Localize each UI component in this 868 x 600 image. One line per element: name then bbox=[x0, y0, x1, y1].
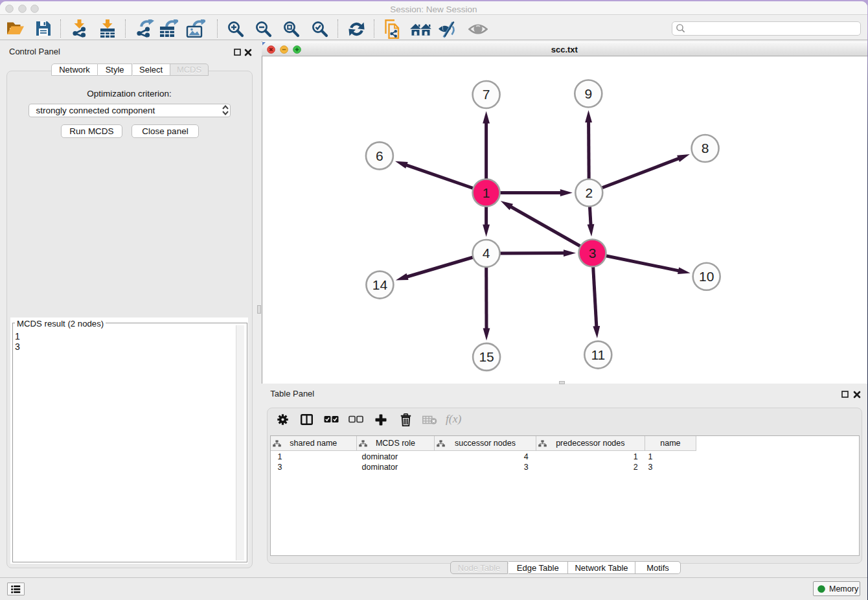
svg-text:4: 4 bbox=[483, 246, 490, 260]
svg-text:7: 7 bbox=[483, 87, 490, 102]
svg-text:9: 9 bbox=[584, 86, 592, 101]
svg-text:3: 3 bbox=[589, 246, 597, 260]
svg-text:15: 15 bbox=[479, 349, 494, 364]
svg-text:1: 1 bbox=[483, 185, 490, 200]
svg-text:11: 11 bbox=[591, 347, 605, 362]
svg-text:10: 10 bbox=[699, 269, 714, 284]
svg-text:6: 6 bbox=[376, 148, 383, 163]
svg-text:14: 14 bbox=[372, 277, 388, 292]
svg-text:8: 8 bbox=[702, 141, 709, 156]
svg-text:2: 2 bbox=[585, 185, 593, 200]
